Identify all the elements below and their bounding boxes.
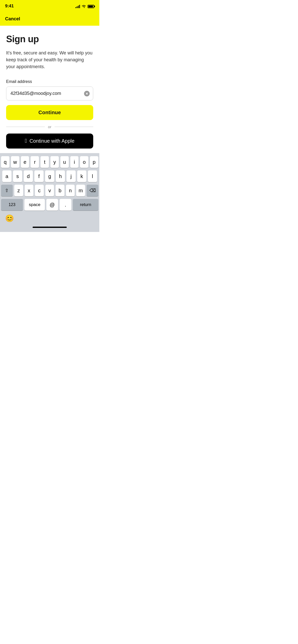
- status-time: 9:41: [5, 4, 14, 9]
- status-bar: 9:41: [0, 0, 99, 14]
- numbers-key[interactable]: 123: [1, 199, 23, 211]
- apple-logo-icon: : [25, 138, 27, 144]
- delete-key[interactable]: ⌫: [87, 185, 98, 196]
- divider-text: or: [48, 125, 51, 129]
- shift-key[interactable]: ⇧: [1, 185, 13, 196]
- key-n[interactable]: n: [66, 185, 75, 196]
- clear-input-button[interactable]: [84, 91, 90, 96]
- key-f[interactable]: f: [34, 170, 44, 182]
- key-q[interactable]: q: [1, 156, 9, 168]
- key-e[interactable]: e: [21, 156, 29, 168]
- key-m[interactable]: m: [76, 185, 85, 196]
- status-icons: [75, 4, 94, 8]
- continue-button[interactable]: Continue: [6, 105, 93, 120]
- keyboard: q w e r t y u i o p a s d f g h j k l ⇧ …: [0, 153, 99, 225]
- key-p[interactable]: p: [90, 156, 98, 168]
- email-input-wrapper: [6, 86, 93, 100]
- apple-signin-button[interactable]:  Continue with Apple: [6, 134, 93, 149]
- cancel-button[interactable]: Cancel: [5, 15, 20, 23]
- key-z[interactable]: z: [14, 185, 23, 196]
- dot-key[interactable]: .: [60, 199, 71, 211]
- nav-bar: Cancel: [0, 14, 99, 26]
- main-content: Sign up It's free, secure and easy. We w…: [0, 26, 99, 149]
- key-j[interactable]: j: [66, 170, 76, 182]
- keyboard-accessory-row: 😊: [1, 212, 98, 224]
- key-y[interactable]: y: [50, 156, 59, 168]
- page-title: Sign up: [6, 34, 93, 45]
- divider-line-right: [55, 127, 93, 127]
- page-description: It's free, secure and easy. We will help…: [6, 50, 93, 70]
- space-key[interactable]: space: [24, 199, 45, 211]
- at-key[interactable]: @: [46, 199, 58, 211]
- signal-icon: [75, 5, 80, 8]
- key-t[interactable]: t: [40, 156, 49, 168]
- divider-line-left: [6, 127, 45, 127]
- key-d[interactable]: d: [24, 170, 33, 182]
- key-w[interactable]: w: [11, 156, 19, 168]
- wifi-icon: [82, 5, 86, 8]
- keyboard-row-3: ⇧ z x c v b n m ⌫: [1, 185, 98, 196]
- key-l[interactable]: l: [88, 170, 97, 182]
- key-v[interactable]: v: [45, 185, 54, 196]
- key-k[interactable]: k: [77, 170, 86, 182]
- home-indicator-area: [0, 225, 99, 232]
- key-o[interactable]: o: [80, 156, 88, 168]
- keyboard-row-2: a s d f g h j k l: [1, 170, 98, 182]
- emoji-key[interactable]: 😊: [3, 213, 16, 224]
- key-s[interactable]: s: [13, 170, 22, 182]
- key-r[interactable]: r: [31, 156, 39, 168]
- key-c[interactable]: c: [35, 185, 44, 196]
- keyboard-bottom-row: 123 space @ . return: [1, 199, 98, 211]
- divider-row: or: [6, 125, 93, 129]
- key-u[interactable]: u: [60, 156, 69, 168]
- home-bar: [33, 227, 67, 228]
- email-field-label: Email address: [6, 79, 93, 84]
- key-x[interactable]: x: [25, 185, 34, 196]
- email-input[interactable]: [6, 86, 93, 100]
- battery-icon: [88, 5, 94, 8]
- key-g[interactable]: g: [45, 170, 54, 182]
- key-a[interactable]: a: [2, 170, 11, 182]
- return-key[interactable]: return: [73, 199, 98, 211]
- keyboard-row-1: q w e r t y u i o p: [1, 156, 98, 168]
- key-i[interactable]: i: [70, 156, 79, 168]
- apple-button-label: Continue with Apple: [30, 138, 75, 144]
- key-b[interactable]: b: [56, 185, 64, 196]
- key-h[interactable]: h: [56, 170, 65, 182]
